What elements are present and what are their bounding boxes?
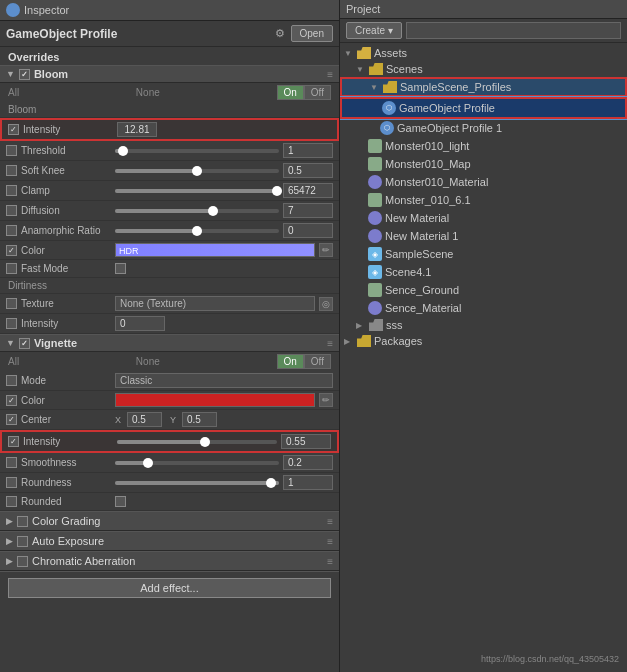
packages-folder[interactable]: ▶ Packages: [340, 333, 627, 349]
bloom-none-label[interactable]: None: [136, 87, 160, 98]
bloom-anamorphic-checkbox[interactable]: [6, 225, 17, 236]
vignette-rounded-value-checkbox[interactable]: [115, 496, 126, 507]
vignette-enabled-checkbox[interactable]: [19, 338, 30, 349]
vignette-expand-arrow: ▼: [6, 338, 15, 348]
bloom-off-btn[interactable]: Off: [304, 85, 331, 100]
bloom-intensity-value[interactable]: 12.81: [117, 122, 157, 137]
bloom-all-label[interactable]: All: [8, 87, 19, 98]
bloom-diffusion-value[interactable]: 7: [283, 203, 333, 218]
bloom-texture-picker-btn[interactable]: None (Texture): [115, 296, 315, 311]
project-search-input[interactable]: [406, 22, 621, 39]
bloom-intensity-checkbox[interactable]: [8, 124, 19, 135]
auto-exposure-dots[interactable]: ≡: [327, 536, 333, 547]
sence-ground-item[interactable]: Sence_Ground: [340, 281, 627, 299]
bloom-clamp-slider[interactable]: [115, 189, 279, 193]
vignette-center-checkbox[interactable]: [6, 414, 17, 425]
bloom-menu-dots[interactable]: ≡: [327, 69, 333, 80]
chromatic-aberration-checkbox[interactable]: [17, 556, 28, 567]
gameobject-profile-item[interactable]: ⬡ GameObject Profile: [340, 97, 627, 119]
color-grading-dots[interactable]: ≡: [327, 516, 333, 527]
bloom-diffusion-slider[interactable]: [115, 209, 279, 213]
vignette-all-label[interactable]: All: [8, 356, 19, 367]
bloom-title-row[interactable]: ▼ Bloom ≡: [0, 65, 339, 83]
gameobject-profile1-icon: ⬡: [380, 121, 394, 135]
vignette-center-x-value[interactable]: 0.5: [127, 412, 162, 427]
vignette-color-swatch[interactable]: [115, 393, 315, 407]
chromatic-aberration-block[interactable]: ▶ Chromatic Aberration ≡: [0, 551, 339, 571]
bloom-softknee-checkbox[interactable]: [6, 165, 17, 176]
vignette-roundness-value[interactable]: 1: [283, 475, 333, 490]
vignette-smoothness-checkbox[interactable]: [6, 457, 17, 468]
samplescene-profiles-folder[interactable]: ▼ SampleScene_Profiles: [340, 77, 627, 97]
vignette-title-row[interactable]: ▼ Vignette ≡: [0, 334, 339, 352]
assets-folder[interactable]: ▼ Assets: [340, 45, 627, 61]
bloom-texture-checkbox[interactable]: [6, 298, 17, 309]
sample-scene-item[interactable]: ◈ SampleScene: [340, 245, 627, 263]
new-material-item[interactable]: New Material: [340, 209, 627, 227]
color-grading-checkbox[interactable]: [17, 516, 28, 527]
bloom-color-swatch[interactable]: HDR: [115, 243, 315, 257]
panel-settings-icon[interactable]: ⚙: [273, 26, 287, 41]
sence-material-item[interactable]: Sence_Material: [340, 299, 627, 317]
bloom-threshold-checkbox[interactable]: [6, 145, 17, 156]
add-effect-bar: Add effect...: [0, 571, 339, 604]
auto-exposure-block[interactable]: ▶ Auto Exposure ≡: [0, 531, 339, 551]
create-button[interactable]: Create ▾: [346, 22, 402, 39]
vignette-mode-checkbox[interactable]: [6, 375, 17, 386]
bloom-on-btn[interactable]: On: [277, 85, 304, 100]
vignette-smoothness-slider[interactable]: [115, 461, 279, 465]
vignette-roundness-checkbox[interactable]: [6, 477, 17, 488]
bloom-fastmode-value-checkbox[interactable]: [115, 263, 126, 274]
bloom-fastmode-checkbox[interactable]: [6, 263, 17, 274]
bloom-anamorphic-row: Anamorphic Ratio 0: [0, 221, 339, 241]
monster010-material-item[interactable]: Monster010_Material: [340, 173, 627, 191]
bloom-diffusion-checkbox[interactable]: [6, 205, 17, 216]
vignette-smoothness-value[interactable]: 0.2: [283, 455, 333, 470]
project-panel: Project Create ▾ ▼ Assets ▼ Scenes ▼ Sam…: [340, 0, 627, 672]
vignette-none-label[interactable]: None: [136, 356, 160, 367]
vignette-roundness-slider[interactable]: [115, 481, 279, 485]
scenes-folder[interactable]: ▼ Scenes: [340, 61, 627, 77]
bloom-clamp-checkbox[interactable]: [6, 185, 17, 196]
vignette-mode-dropdown[interactable]: Classic: [115, 373, 333, 388]
vignette-intensity-value[interactable]: 0.55: [281, 434, 331, 449]
bloom-softknee-row: Soft Knee 0.5: [0, 161, 339, 181]
vignette-center-y-value[interactable]: 0.5: [182, 412, 217, 427]
vignette-intensity-checkbox[interactable]: [8, 436, 19, 447]
vignette-on-btn[interactable]: On: [277, 354, 304, 369]
bloom-enabled-checkbox[interactable]: [19, 69, 30, 80]
vignette-menu-dots[interactable]: ≡: [327, 338, 333, 349]
add-effect-button[interactable]: Add effect...: [8, 578, 331, 598]
gameobject-profile1-item[interactable]: ⬡ GameObject Profile 1: [340, 119, 627, 137]
scene41-item[interactable]: ◈ Scene4.1: [340, 263, 627, 281]
bloom-anamorphic-value[interactable]: 0: [283, 223, 333, 238]
bloom-clamp-value[interactable]: 65472: [283, 183, 333, 198]
monster010-light-item[interactable]: Monster010_light: [340, 137, 627, 155]
monster010-6-item[interactable]: Monster_010_6.1: [340, 191, 627, 209]
bloom-softknee-value[interactable]: 0.5: [283, 163, 333, 178]
bloom-dirt-intensity-checkbox[interactable]: [6, 318, 17, 329]
bloom-diffusion-row: Diffusion 7: [0, 201, 339, 221]
open-button[interactable]: Open: [291, 25, 333, 42]
bloom-color-checkbox[interactable]: [6, 245, 17, 256]
bloom-threshold-value[interactable]: 1: [283, 143, 333, 158]
bloom-on-off: On Off: [277, 85, 332, 100]
auto-exposure-checkbox[interactable]: [17, 536, 28, 547]
bloom-threshold-slider[interactable]: [115, 149, 279, 153]
vignette-intensity-slider[interactable]: [117, 440, 277, 444]
vignette-off-btn[interactable]: Off: [304, 354, 331, 369]
vignette-rounded-checkbox[interactable]: [6, 496, 17, 507]
bloom-softknee-slider[interactable]: [115, 169, 279, 173]
bloom-texture-select-btn[interactable]: ◎: [319, 297, 333, 311]
sss-folder[interactable]: ▶ sss: [340, 317, 627, 333]
vignette-color-picker-btn[interactable]: ✏: [319, 393, 333, 407]
bloom-color-picker-btn[interactable]: ✏: [319, 243, 333, 257]
monster010-map-item[interactable]: Monster010_Map: [340, 155, 627, 173]
chromatic-aberration-dots[interactable]: ≡: [327, 556, 333, 567]
bloom-threshold-label: Threshold: [21, 145, 111, 156]
new-material1-item[interactable]: New Material 1: [340, 227, 627, 245]
color-grading-block[interactable]: ▶ Color Grading ≡: [0, 511, 339, 531]
bloom-anamorphic-slider[interactable]: [115, 229, 279, 233]
vignette-color-checkbox[interactable]: [6, 395, 17, 406]
bloom-dirt-intensity-value[interactable]: 0: [115, 316, 165, 331]
